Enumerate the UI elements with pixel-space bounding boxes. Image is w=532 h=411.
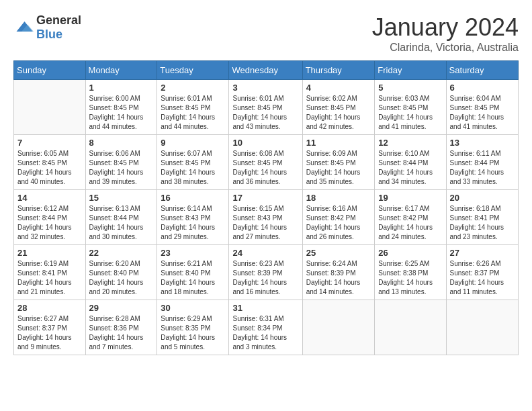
- day-number: 9: [161, 138, 225, 148]
- location-title: Clarinda, Victoria, Australia: [372, 42, 519, 54]
- calendar-cell: [14, 80, 86, 135]
- day-info: Sunrise: 6:01 AM Sunset: 8:45 PM Dayligh…: [232, 94, 298, 132]
- calendar-cell: 27Sunrise: 6:26 AM Sunset: 8:37 PM Dayli…: [446, 245, 518, 300]
- day-info: Sunrise: 6:25 AM Sunset: 8:38 PM Dayligh…: [378, 259, 442, 297]
- logo-blue: Blue: [36, 28, 62, 41]
- calendar-cell: 22Sunrise: 6:20 AM Sunset: 8:40 PM Dayli…: [85, 245, 157, 300]
- calendar-week-5: 28Sunrise: 6:27 AM Sunset: 8:37 PM Dayli…: [14, 300, 519, 355]
- calendar-cell: 21Sunrise: 6:19 AM Sunset: 8:41 PM Dayli…: [14, 245, 86, 300]
- day-number: 15: [89, 193, 154, 203]
- day-info: Sunrise: 6:10 AM Sunset: 8:44 PM Dayligh…: [378, 149, 442, 187]
- calendar-cell: 11Sunrise: 6:09 AM Sunset: 8:45 PM Dayli…: [302, 135, 375, 190]
- logo-general: General: [36, 13, 81, 27]
- calendar-cell: 28Sunrise: 6:27 AM Sunset: 8:37 PM Dayli…: [14, 300, 86, 355]
- day-info: Sunrise: 6:09 AM Sunset: 8:45 PM Dayligh…: [306, 149, 371, 187]
- calendar-cell: 30Sunrise: 6:29 AM Sunset: 8:35 PM Dayli…: [157, 300, 229, 355]
- weekday-header-thursday: Thursday: [302, 61, 375, 80]
- day-number: 14: [17, 193, 82, 203]
- calendar-week-1: 1Sunrise: 6:00 AM Sunset: 8:45 PM Daylig…: [14, 80, 519, 135]
- weekday-header-saturday: Saturday: [446, 61, 518, 80]
- calendar-cell: 10Sunrise: 6:08 AM Sunset: 8:45 PM Dayli…: [229, 135, 302, 190]
- day-number: 22: [89, 248, 154, 258]
- calendar-cell: [446, 300, 518, 355]
- day-info: Sunrise: 6:03 AM Sunset: 8:45 PM Dayligh…: [378, 94, 442, 132]
- day-info: Sunrise: 6:11 AM Sunset: 8:44 PM Dayligh…: [450, 149, 515, 187]
- weekday-header-wednesday: Wednesday: [229, 61, 302, 80]
- day-number: 3: [232, 83, 298, 93]
- day-info: Sunrise: 6:29 AM Sunset: 8:35 PM Dayligh…: [161, 314, 225, 352]
- weekday-header-monday: Monday: [85, 61, 157, 80]
- calendar-cell: 29Sunrise: 6:28 AM Sunset: 8:36 PM Dayli…: [85, 300, 157, 355]
- calendar-cell: 31Sunrise: 6:31 AM Sunset: 8:34 PM Dayli…: [229, 300, 302, 355]
- day-info: Sunrise: 6:16 AM Sunset: 8:42 PM Dayligh…: [306, 204, 371, 242]
- calendar-cell: [375, 300, 446, 355]
- calendar-week-3: 14Sunrise: 6:12 AM Sunset: 8:44 PM Dayli…: [14, 190, 519, 245]
- day-info: Sunrise: 6:14 AM Sunset: 8:43 PM Dayligh…: [161, 204, 225, 242]
- day-info: Sunrise: 6:18 AM Sunset: 8:41 PM Dayligh…: [450, 204, 515, 242]
- day-number: 1: [89, 83, 154, 93]
- calendar-cell: 26Sunrise: 6:25 AM Sunset: 8:38 PM Dayli…: [375, 245, 446, 300]
- calendar-cell: 23Sunrise: 6:21 AM Sunset: 8:40 PM Dayli…: [157, 245, 229, 300]
- calendar-table: SundayMondayTuesdayWednesdayThursdayFrid…: [13, 60, 519, 355]
- calendar-cell: 1Sunrise: 6:00 AM Sunset: 8:45 PM Daylig…: [85, 80, 157, 135]
- weekday-header-tuesday: Tuesday: [157, 61, 229, 80]
- day-number: 21: [17, 248, 82, 258]
- day-info: Sunrise: 6:27 AM Sunset: 8:37 PM Dayligh…: [17, 314, 82, 352]
- calendar-cell: 20Sunrise: 6:18 AM Sunset: 8:41 PM Dayli…: [446, 190, 518, 245]
- calendar-cell: 17Sunrise: 6:15 AM Sunset: 8:43 PM Dayli…: [229, 190, 302, 245]
- day-info: Sunrise: 6:21 AM Sunset: 8:40 PM Dayligh…: [161, 259, 225, 297]
- logo: General Blue: [13, 13, 81, 42]
- calendar-cell: 8Sunrise: 6:06 AM Sunset: 8:45 PM Daylig…: [85, 135, 157, 190]
- calendar-cell: 9Sunrise: 6:07 AM Sunset: 8:45 PM Daylig…: [157, 135, 229, 190]
- day-number: 31: [232, 303, 298, 313]
- day-number: 26: [378, 248, 442, 258]
- day-info: Sunrise: 6:19 AM Sunset: 8:41 PM Dayligh…: [17, 259, 82, 297]
- day-number: 17: [232, 193, 298, 203]
- weekday-header-friday: Friday: [375, 61, 446, 80]
- day-number: 13: [450, 138, 515, 148]
- day-info: Sunrise: 6:31 AM Sunset: 8:34 PM Dayligh…: [232, 314, 298, 352]
- day-info: Sunrise: 6:17 AM Sunset: 8:42 PM Dayligh…: [378, 204, 442, 242]
- day-info: Sunrise: 6:26 AM Sunset: 8:37 PM Dayligh…: [450, 259, 515, 297]
- day-info: Sunrise: 6:28 AM Sunset: 8:36 PM Dayligh…: [89, 314, 154, 352]
- day-number: 2: [161, 83, 225, 93]
- day-info: Sunrise: 6:00 AM Sunset: 8:45 PM Dayligh…: [89, 94, 154, 132]
- day-number: 10: [232, 138, 298, 148]
- calendar-cell: 14Sunrise: 6:12 AM Sunset: 8:44 PM Dayli…: [14, 190, 86, 245]
- day-info: Sunrise: 6:05 AM Sunset: 8:45 PM Dayligh…: [17, 149, 82, 187]
- day-number: 30: [161, 303, 225, 313]
- calendar-cell: 25Sunrise: 6:24 AM Sunset: 8:39 PM Dayli…: [302, 245, 375, 300]
- day-info: Sunrise: 6:01 AM Sunset: 8:45 PM Dayligh…: [161, 94, 225, 132]
- day-info: Sunrise: 6:15 AM Sunset: 8:43 PM Dayligh…: [232, 204, 298, 242]
- calendar-cell: 6Sunrise: 6:04 AM Sunset: 8:45 PM Daylig…: [446, 80, 518, 135]
- calendar-cell: 7Sunrise: 6:05 AM Sunset: 8:45 PM Daylig…: [14, 135, 86, 190]
- day-info: Sunrise: 6:06 AM Sunset: 8:45 PM Dayligh…: [89, 149, 154, 187]
- day-number: 25: [306, 248, 371, 258]
- day-info: Sunrise: 6:04 AM Sunset: 8:45 PM Dayligh…: [450, 94, 515, 132]
- day-number: 19: [378, 193, 442, 203]
- day-info: Sunrise: 6:24 AM Sunset: 8:39 PM Dayligh…: [306, 259, 371, 297]
- day-info: Sunrise: 6:07 AM Sunset: 8:45 PM Dayligh…: [161, 149, 225, 187]
- day-info: Sunrise: 6:08 AM Sunset: 8:45 PM Dayligh…: [232, 149, 298, 187]
- calendar-week-2: 7Sunrise: 6:05 AM Sunset: 8:45 PM Daylig…: [14, 135, 519, 190]
- day-number: 6: [450, 83, 515, 93]
- calendar-cell: 4Sunrise: 6:02 AM Sunset: 8:45 PM Daylig…: [302, 80, 375, 135]
- day-number: 7: [17, 138, 82, 148]
- calendar-cell: 16Sunrise: 6:14 AM Sunset: 8:43 PM Dayli…: [157, 190, 229, 245]
- day-number: 4: [306, 83, 371, 93]
- calendar-cell: 24Sunrise: 6:23 AM Sunset: 8:39 PM Dayli…: [229, 245, 302, 300]
- calendar-cell: 2Sunrise: 6:01 AM Sunset: 8:45 PM Daylig…: [157, 80, 229, 135]
- weekday-header-sunday: Sunday: [14, 61, 86, 80]
- calendar-cell: 12Sunrise: 6:10 AM Sunset: 8:44 PM Dayli…: [375, 135, 446, 190]
- day-info: Sunrise: 6:20 AM Sunset: 8:40 PM Dayligh…: [89, 259, 154, 297]
- day-number: 12: [378, 138, 442, 148]
- day-number: 20: [450, 193, 515, 203]
- day-info: Sunrise: 6:02 AM Sunset: 8:45 PM Dayligh…: [306, 94, 371, 132]
- day-number: 11: [306, 138, 371, 148]
- logo-icon: [13, 17, 34, 38]
- day-info: Sunrise: 6:13 AM Sunset: 8:44 PM Dayligh…: [89, 204, 154, 242]
- day-number: 18: [306, 193, 371, 203]
- day-number: 28: [17, 303, 82, 313]
- day-number: 24: [232, 248, 298, 258]
- day-info: Sunrise: 6:23 AM Sunset: 8:39 PM Dayligh…: [232, 259, 298, 297]
